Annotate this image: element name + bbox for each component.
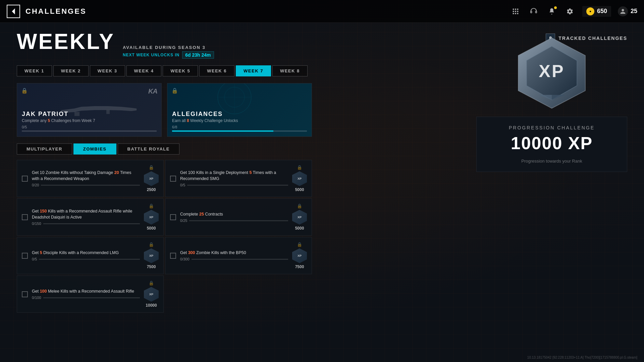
challenge-desc-7: Get 100 Melee Kills with a Recommended A…: [32, 289, 140, 295]
challenge-progress-bar-6: [192, 259, 288, 260]
challenge-checkbox-3[interactable]: [22, 214, 28, 220]
reward-card-info-jak: JAK PATRIOT Complete any 5 Challenges fr…: [17, 83, 161, 136]
challenge-xp-7: 10000: [146, 303, 157, 308]
challenge-right-6: 🔒 XP 7500: [292, 242, 307, 269]
challenge-progress-bar-1: [41, 185, 140, 186]
week-tab-6[interactable]: WEEK 6: [199, 65, 234, 76]
challenge-text-1: Get 10 Zombie Kills without Taking Damag…: [32, 170, 140, 187]
svg-rect-8: [517, 13, 519, 14]
svg-rect-7: [515, 13, 516, 14]
challenge-progress-row-2: 0/5: [180, 183, 288, 187]
reward-progress-text-allegiances: 6/8: [172, 125, 307, 129]
challenge-desc-5: Get 5 Disciple Kills with a Recommended …: [32, 250, 140, 256]
countdown-timer: 6d 23h 24m: [182, 51, 214, 59]
currency-display[interactable]: ● 650: [582, 6, 611, 17]
challenge-xp-2: 5000: [295, 187, 304, 192]
challenge-checkbox-7[interactable]: [22, 291, 28, 297]
reward-card-info-allegiances: ALLEGIANCES Earn all 8 Weekly Challenge …: [167, 83, 312, 136]
challenge-checkbox-2[interactable]: [170, 176, 176, 182]
challenge-text-4: Complete 25 Contracts 0/25: [180, 212, 288, 223]
challenge-right-5: 🔒 XP 7500: [144, 242, 159, 269]
challenge-lock-1: 🔒: [149, 165, 154, 170]
xp-emblem: XP: [515, 36, 589, 110]
challenge-text-5: Get 5 Disciple Kills with a Recommended …: [32, 250, 140, 261]
challenge-desc-1: Get 10 Zombie Kills without Taking Damag…: [32, 170, 140, 182]
xp-badge-4: XP: [292, 210, 307, 225]
currency-amount: 650: [597, 8, 607, 15]
week-tab-1[interactable]: WEEK 1: [17, 65, 52, 76]
svg-rect-10: [535, 11, 537, 13]
week-tab-5[interactable]: WEEK 5: [163, 65, 198, 76]
category-tab-multiplayer[interactable]: MULTIPLAYER: [17, 143, 72, 155]
reward-progress-bar-jak: [22, 130, 157, 132]
week-tab-8[interactable]: WEEK 8: [272, 65, 308, 76]
category-tab-battle-royale[interactable]: BATTLE ROYALE: [118, 143, 179, 155]
notification-dot: [554, 6, 557, 9]
challenge-desc-6: Get 300 Zombie Kills with the BP50: [180, 250, 288, 256]
challenge-checkbox-4[interactable]: [170, 214, 176, 220]
reward-card-jak-patriot: 🔒 KA JAK PATRIOT Complete any 5 Challeng…: [17, 83, 162, 137]
xp-badge-2: XP: [292, 171, 307, 186]
back-button[interactable]: [7, 5, 20, 18]
week-tab-3[interactable]: WEEK 3: [90, 65, 125, 76]
grid-icon-button[interactable]: [510, 6, 521, 17]
svg-rect-3: [513, 11, 514, 12]
challenge-text-2: Get 100 Kills in a Single Deployment 5 T…: [180, 170, 288, 187]
challenge-right-7: 🔒 XP 10000: [144, 281, 159, 308]
challenge-progress-bar-5: [39, 259, 140, 260]
challenge-text-3: Get 150 Kills with a Recommended Assault…: [32, 208, 140, 226]
challenge-progress-row-3: 0/150: [32, 222, 140, 226]
challenge-lock-7: 🔒: [149, 281, 154, 286]
challenge-checkbox-5[interactable]: [22, 253, 28, 259]
season-info: AVAILABLE DURING SEASON 3 NEXT WEEK UNLO…: [123, 45, 214, 59]
week-tab-7[interactable]: WEEK 7: [236, 65, 271, 76]
challenge-item-5: Get 5 Disciple Kills with a Recommended …: [17, 237, 164, 274]
challenge-lock-4: 🔒: [297, 203, 302, 208]
challenge-xp-3: 5000: [147, 226, 156, 231]
challenge-item-4: Complete 25 Contracts 0/25 🔒 XP 5000: [165, 198, 312, 236]
challenge-checkbox-1[interactable]: [22, 176, 28, 182]
challenge-checkbox-6[interactable]: [170, 253, 176, 259]
svg-rect-2: [517, 8, 519, 10]
challenge-progress-row-7: 0/100: [32, 296, 140, 300]
week-tab-4[interactable]: WEEK 4: [126, 65, 162, 76]
challenge-lock-5: 🔒: [149, 242, 154, 247]
reward-info-jak: JAK PATRIOT Complete any 5 Challenges fr…: [22, 111, 157, 132]
challenge-right-3: 🔒 XP 5000: [144, 203, 159, 231]
challenge-progress-text-4: 0/25: [180, 219, 187, 223]
season-label: AVAILABLE DURING SEASON 3: [123, 45, 214, 50]
weekly-title-area: WEEKLY AVAILABLE DURING SEASON 3 NEXT WE…: [17, 31, 214, 59]
headset-icon-button[interactable]: [528, 6, 539, 17]
challenge-progress-text-5: 0/5: [32, 257, 37, 261]
challenge-right-4: 🔒 XP 5000: [292, 203, 307, 231]
challenge-desc-4: Complete 25 Contracts: [180, 212, 288, 218]
headset-icon: [530, 8, 537, 15]
challenge-item-7: Get 100 Melee Kills with a Recommended A…: [17, 276, 164, 313]
challenge-progress-text-1: 0/20: [32, 183, 39, 187]
progression-xp: 10000 XP: [487, 133, 616, 153]
challenge-xp-4: 5000: [295, 226, 304, 231]
notification-icon-button[interactable]: [546, 6, 557, 17]
reward-progress-fill-allegiances: [172, 130, 273, 132]
challenge-item-1: Get 10 Zombie Kills without Taking Damag…: [17, 160, 164, 197]
settings-icon-button[interactable]: [564, 6, 576, 17]
xp-badge-3: XP: [144, 210, 159, 225]
challenge-progress-text-3: 0/150: [32, 222, 41, 226]
xp-badge-5: XP: [144, 248, 159, 263]
svg-rect-6: [513, 13, 514, 14]
challenge-progress-row-5: 0/5: [32, 257, 140, 261]
challenge-progress-text-2: 0/5: [180, 183, 185, 187]
challenge-progress-bar-3: [43, 223, 140, 224]
challenge-progress-row-4: 0/25: [180, 219, 288, 223]
reward-cards-section: 🔒 KA JAK PATRIOT Complete any 5 Challeng…: [17, 83, 312, 137]
svg-rect-1: [515, 8, 516, 10]
category-tab-zombies[interactable]: ZOMBIES: [73, 143, 116, 155]
week-tab-2[interactable]: WEEK 2: [53, 65, 89, 76]
next-week-row: NEXT WEEK UNLOCKS IN 6d 23h 24m: [123, 51, 214, 59]
reward-name-allegiances: ALLEGIANCES: [172, 111, 307, 118]
challenge-xp-1: 2500: [147, 187, 156, 192]
reward-card-allegiances: 🔒 ALLEGIANCES Earn all 8 Weekly Challeng…: [167, 83, 312, 137]
xp-badge-7: XP: [144, 287, 159, 302]
grid-icon: [512, 8, 519, 15]
xp-emblem-outer-hex: XP: [515, 36, 589, 110]
